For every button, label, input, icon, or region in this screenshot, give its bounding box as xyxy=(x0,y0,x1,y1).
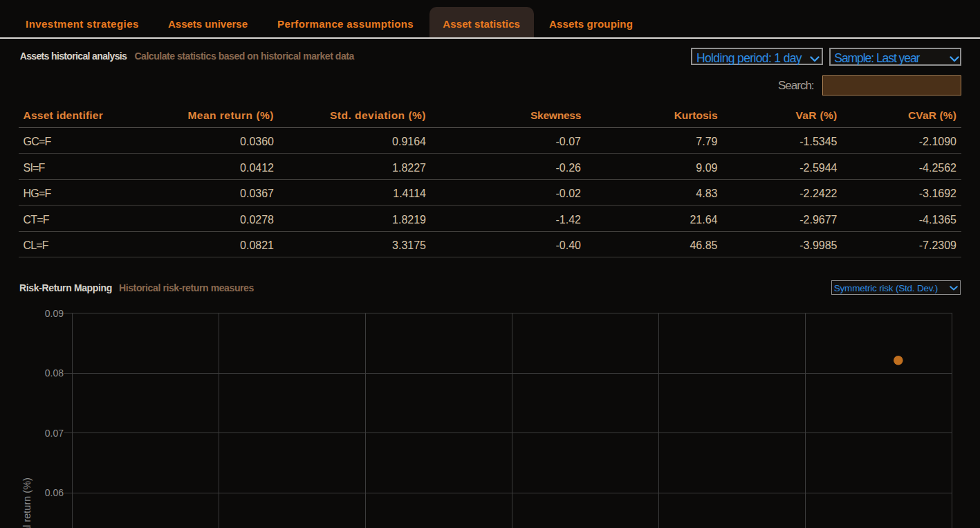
svg-text:0.06: 0.06 xyxy=(45,487,64,498)
svg-text:0.09: 0.09 xyxy=(45,308,64,319)
svg-text:0.08: 0.08 xyxy=(45,367,64,379)
svg-text:0.07: 0.07 xyxy=(45,428,64,439)
svg-text:Historical return (%): Historical return (%) xyxy=(21,477,33,528)
